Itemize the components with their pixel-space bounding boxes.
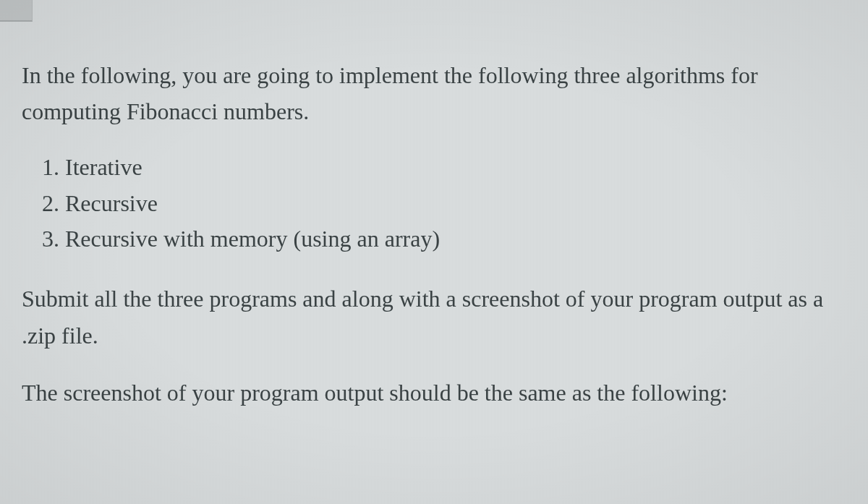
list-text: Recursive bbox=[65, 190, 158, 216]
list-text: Iterative bbox=[65, 154, 142, 180]
page-corner-fold bbox=[0, 0, 33, 22]
algorithm-list: 1. Iterative 2. Recursive 3. Recursive w… bbox=[42, 150, 846, 257]
output-note-paragraph: The screenshot of your program output sh… bbox=[22, 375, 846, 411]
list-number: 2. bbox=[42, 190, 59, 216]
intro-paragraph: In the following, you are going to imple… bbox=[22, 58, 846, 129]
list-number: 3. bbox=[42, 226, 59, 252]
document-content: In the following, you are going to imple… bbox=[0, 0, 868, 434]
list-number: 1. bbox=[42, 154, 59, 180]
list-item: 2. Recursive bbox=[42, 186, 846, 222]
list-item: 1. Iterative bbox=[42, 150, 846, 186]
submit-paragraph: Submit all the three programs and along … bbox=[22, 281, 846, 354]
list-item: 3. Recursive with memory (using an array… bbox=[42, 221, 846, 257]
list-text: Recursive with memory (using an array) bbox=[65, 226, 440, 252]
